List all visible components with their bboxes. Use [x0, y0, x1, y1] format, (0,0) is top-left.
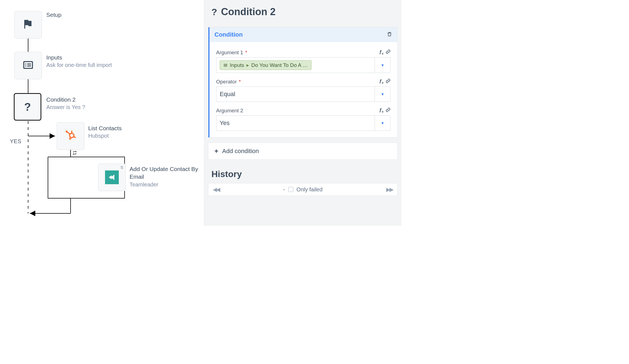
field-label: Operator [216, 79, 237, 85]
link-icon[interactable] [386, 107, 391, 114]
node-title: Setup [46, 11, 61, 19]
chevron-right-icon: ▸ [246, 62, 249, 68]
node-title: Condition 2 [46, 96, 85, 104]
plus-icon: + [214, 147, 218, 155]
history-bar: ◀◀ - Only failed ▶▶ [208, 183, 397, 196]
hubspot-icon [64, 129, 77, 143]
condition-card: Condition Argument 1 * ƒx [208, 27, 397, 138]
badge-s: S [120, 165, 123, 170]
operator-select[interactable]: Equal [216, 86, 375, 102]
only-failed-checkbox[interactable] [288, 187, 293, 192]
node-subtitle: Answer is Yes ? [46, 104, 85, 111]
field-argument1: Argument 1 * ƒx Inputs [216, 49, 391, 73]
argument1-dropdown[interactable]: ▼ [375, 57, 391, 73]
panel-title-text: Condition 2 [221, 6, 276, 18]
pill-value: Do You Want To Do A … [251, 62, 308, 68]
operator-value: Equal [220, 91, 235, 98]
node-subtitle: Hubspot [88, 132, 122, 140]
svg-line-19 [70, 137, 71, 138]
svg-line-15 [74, 137, 75, 137]
node-inputs[interactable] [14, 52, 42, 79]
svg-line-16 [67, 132, 70, 134]
flag-icon [22, 18, 34, 31]
question-icon: ? [211, 7, 217, 17]
teamleader-icon [105, 170, 119, 184]
svg-rect-8 [24, 62, 33, 69]
field-argument2: Argument 2 ƒx Yes ▼ [216, 107, 391, 131]
chevron-down-icon: ▼ [381, 63, 385, 67]
required-mark: * [245, 50, 247, 55]
branch-yes-label: YES [10, 138, 21, 145]
history-next-button[interactable]: ▶▶ [386, 186, 393, 193]
node-title: Inputs [46, 54, 112, 61]
list-icon [22, 59, 34, 72]
chevron-down-icon: ▼ [381, 121, 385, 125]
node-teamleader[interactable]: S [98, 164, 126, 191]
add-condition-button[interactable]: + Add condition [208, 143, 397, 160]
pill-source: Inputs [230, 62, 244, 68]
only-failed-label: Only failed [297, 186, 323, 193]
fx-icon[interactable]: ƒx [379, 78, 383, 85]
field-operator: Operator * ƒx Equal ▼ [216, 78, 391, 102]
variable-pill[interactable]: Inputs ▸ Do You Want To Do A … [220, 60, 311, 70]
question-icon: ? [24, 101, 31, 113]
card-title: Condition [214, 31, 243, 38]
fx-icon[interactable]: ƒx [379, 107, 383, 114]
node-title: List Contacts [88, 124, 122, 132]
history-dash: - [283, 186, 285, 193]
field-label: Argument 1 [216, 50, 243, 55]
svg-point-17 [66, 131, 68, 132]
required-mark: * [239, 79, 241, 85]
node-title: Add Or Update Contact By Email [130, 165, 204, 181]
argument2-value: Yes [220, 119, 230, 127]
chevron-down-icon: ▼ [381, 92, 385, 96]
node-subtitle: Teamleader [130, 181, 204, 188]
panel-title: ? Condition 2 [204, 0, 401, 24]
link-icon[interactable] [386, 49, 391, 56]
delete-condition-button[interactable] [387, 31, 392, 38]
history-title: History [204, 160, 401, 183]
workflow-canvas: Setup Inputs Ask for one-time full impor… [0, 0, 204, 226]
history-prev-button[interactable]: ◀◀ [213, 186, 219, 193]
node-condition2[interactable]: ? [14, 93, 41, 121]
svg-rect-20 [224, 64, 227, 66]
loop-icon [71, 150, 79, 157]
node-subtitle: Ask for one-time full import [46, 61, 112, 69]
field-label: Argument 2 [216, 108, 243, 113]
argument2-input[interactable]: Yes [216, 115, 375, 131]
node-hubspot[interactable] [57, 122, 84, 150]
link-icon[interactable] [386, 78, 391, 85]
add-condition-label: Add condition [222, 148, 259, 155]
node-setup[interactable] [14, 11, 42, 39]
details-panel: ? Condition 2 Condition Argument 1 * ƒx [204, 0, 401, 226]
operator-dropdown[interactable]: ▼ [375, 86, 391, 102]
fx-icon[interactable]: ƒx [379, 49, 383, 56]
argument1-input[interactable]: Inputs ▸ Do You Want To Do A … [216, 57, 375, 73]
argument2-dropdown[interactable]: ▼ [375, 115, 391, 131]
